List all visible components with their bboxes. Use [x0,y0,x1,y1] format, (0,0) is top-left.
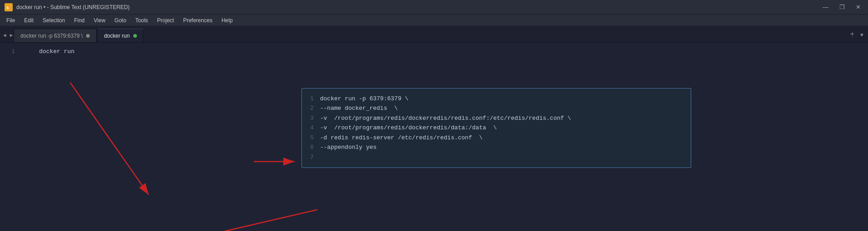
popup-code-line-6: --appendonly yes [320,143,686,152]
tab-dot-1 [86,34,90,38]
tab-docker-run-p[interactable]: docker run -p 6379:6379 \ [14,29,97,42]
tab-dot-2 [133,34,137,38]
popup-line-num-5: 5 [302,133,314,143]
maximize-button[interactable]: ❐ [837,3,848,11]
popup-code: docker run -p 6379:6379 \ --name docker_… [320,94,691,162]
popup-line-num-7: 7 [302,152,314,162]
close-button[interactable]: ✕ [853,3,863,11]
tab-label-1: docker run -p 6379:6379 \ [20,33,82,39]
popup-inner: 1 2 3 4 5 6 7 docker run -p 6379:6379 \ … [302,94,691,162]
code-content[interactable]: docker run 1 2 3 4 5 6 7 docker run -p 6… [20,43,868,231]
menu-item-goto[interactable]: Goto [110,16,131,25]
svg-text:S: S [6,6,9,10]
popup-line-num-4: 4 [302,123,314,133]
menu-item-edit[interactable]: Edit [19,16,38,25]
window-title: docker run • - Sublime Text (UNREGISTERE… [16,4,820,10]
tab-label-2: docker run [104,33,130,39]
popup-code-line-1: docker run -p 6379:6379 \ [320,94,686,103]
tab-add-button[interactable]: + [850,30,854,39]
tab-docker-run[interactable]: docker run [97,29,144,42]
line-numbers: 1 [0,43,20,231]
menu-item-tools[interactable]: Tools [131,16,153,25]
popup-line-num-3: 3 [302,113,314,123]
menu-bar: FileEditSelectionFindViewGotoToolsProjec… [0,15,868,26]
menu-item-file[interactable]: File [2,16,19,25]
menu-item-view[interactable]: View [89,16,110,25]
popup-code-line-2: --name docker_redis \ [320,103,686,113]
popup-line-num-2: 2 [302,103,314,113]
popup-code-line-7 [320,152,686,162]
menu-item-preferences[interactable]: Preferences [179,16,217,25]
tab-nav-arrows: ◀ ▶ [2,32,14,39]
popup-code-line-3: -v /root/programs/redis/dockerredis/redi… [320,113,686,123]
title-bar: S docker run • - Sublime Text (UNREGISTE… [0,0,868,15]
app-icon: S [5,3,13,11]
menu-item-selection[interactable]: Selection [38,16,69,25]
tab-arrow-left[interactable]: ◀ [2,32,8,39]
menu-item-help[interactable]: Help [217,16,238,25]
popup-code-line-5: -d redis redis-server /etc/redis/redis.c… [320,133,686,143]
window-controls: — ❐ ✕ [820,3,863,11]
menu-item-project[interactable]: Project [153,16,179,25]
popup-line-num-1: 1 [302,94,314,103]
tab-bar: ◀ ▶ docker run -p 6379:6379 \ docker run… [0,26,868,43]
tab-dropdown-button[interactable]: ▼ [860,32,863,39]
menu-item-find[interactable]: Find [69,16,89,25]
popup-line-num-6: 6 [302,143,314,152]
popup-line-numbers: 1 2 3 4 5 6 7 [302,94,320,162]
popup-box: 1 2 3 4 5 6 7 docker run -p 6379:6379 \ … [301,88,691,168]
minimize-button[interactable]: — [820,3,831,11]
line-number: 1 [0,47,15,57]
code-line-1: docker run [25,47,868,57]
editor-area: 1 docker run 1 2 3 4 5 6 7 docker run -p… [0,43,868,231]
popup-code-line-4: -v /root/programs/redis/dockerredis/data… [320,123,686,133]
